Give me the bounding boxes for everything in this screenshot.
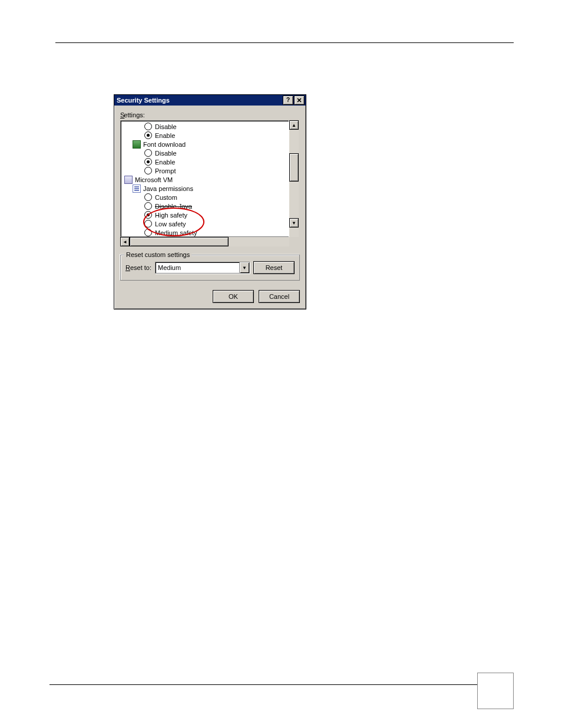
node-label: Java permissions (143, 185, 193, 192)
option-label: Disable (155, 150, 177, 157)
option-label: Enable (155, 132, 175, 139)
option-label: Disable Java (155, 203, 192, 210)
node-font-download[interactable]: Font download (122, 140, 289, 149)
option-label: High safety (155, 212, 187, 219)
reset-custom-settings-group: Reset custom settings Reset to: Medium ▼… (120, 255, 300, 281)
radio-java-disable[interactable]: Disable Java (122, 202, 289, 210)
radio-java-medium-safety[interactable]: Medium safety (122, 228, 289, 237)
window-title: Security Settings (117, 95, 282, 106)
radio-icon (144, 149, 152, 157)
reset-button[interactable]: Reset (253, 261, 295, 274)
radio-java-low-safety[interactable]: Low safety (122, 219, 289, 228)
radio-icon (144, 220, 152, 228)
horizontal-scrollbar[interactable]: ◄ ► (120, 237, 299, 246)
ok-button[interactable]: OK (213, 290, 254, 303)
page-rule-top (55, 42, 514, 43)
option-label: Enable (155, 159, 175, 166)
settings-tree-container: Disable Enable Font download Disable Ena… (120, 120, 299, 246)
titlebar[interactable]: Security Settings ? (114, 95, 306, 106)
group-legend: Reset custom settings (124, 251, 191, 258)
vertical-scrollbar[interactable]: ▲ ▼ (289, 120, 299, 237)
radio-font-prompt[interactable]: Prompt (122, 166, 289, 175)
radio-icon (144, 193, 152, 201)
node-label: Microsoft VM (135, 176, 173, 183)
radio-font-enable[interactable]: Enable (122, 157, 289, 166)
scroll-thumb-horizontal[interactable] (130, 237, 229, 246)
radio-icon (144, 211, 152, 219)
option-label: Custom (155, 194, 177, 201)
scroll-down-button[interactable]: ▼ (289, 218, 299, 228)
radio-icon (144, 158, 152, 166)
settings-label: ettings: (124, 111, 144, 118)
security-settings-dialog: Security Settings ? Settings: Disable En… (114, 94, 306, 309)
radio-enable-1[interactable]: Enable (122, 131, 289, 140)
scroll-left-button[interactable]: ◄ (120, 237, 130, 246)
radio-icon (144, 229, 152, 236)
radio-icon (144, 131, 152, 139)
option-label: Low safety (155, 220, 186, 228)
radio-java-custom[interactable]: Custom (122, 193, 289, 202)
node-microsoft-vm[interactable]: Microsoft VM (122, 175, 289, 184)
node-java-permissions[interactable]: Java permissions (122, 184, 289, 193)
radio-icon (144, 202, 152, 210)
option-label: Disable (155, 123, 177, 130)
document-icon (133, 185, 141, 193)
radio-java-high-safety[interactable]: High safety (122, 210, 289, 219)
combo-value: Medium (158, 264, 181, 271)
radio-icon (144, 123, 152, 130)
reset-to-label: Reset to: (125, 264, 151, 271)
chevron-down-icon[interactable]: ▼ (239, 262, 249, 273)
settings-tree[interactable]: Disable Enable Font download Disable Ena… (120, 120, 289, 237)
scroll-thumb[interactable] (289, 153, 299, 182)
option-label: Medium safety (155, 229, 197, 236)
scroll-up-button[interactable]: ▲ (289, 120, 299, 130)
font-download-icon (133, 140, 141, 149)
reset-to-combo[interactable]: Medium ▼ (155, 262, 250, 274)
size-grip (289, 237, 299, 246)
cancel-button[interactable]: Cancel (259, 290, 300, 303)
option-label: Prompt (155, 167, 176, 174)
radio-disable-1[interactable]: Disable (122, 122, 289, 131)
radio-icon (144, 167, 152, 174)
radio-font-disable[interactable]: Disable (122, 149, 289, 157)
page-rule-bottom (49, 684, 514, 685)
vm-icon (124, 176, 133, 184)
close-button[interactable] (294, 95, 305, 105)
node-label: Font download (143, 141, 186, 148)
help-button[interactable]: ? (283, 95, 293, 105)
page-number-box (477, 673, 514, 709)
close-icon (297, 98, 302, 103)
